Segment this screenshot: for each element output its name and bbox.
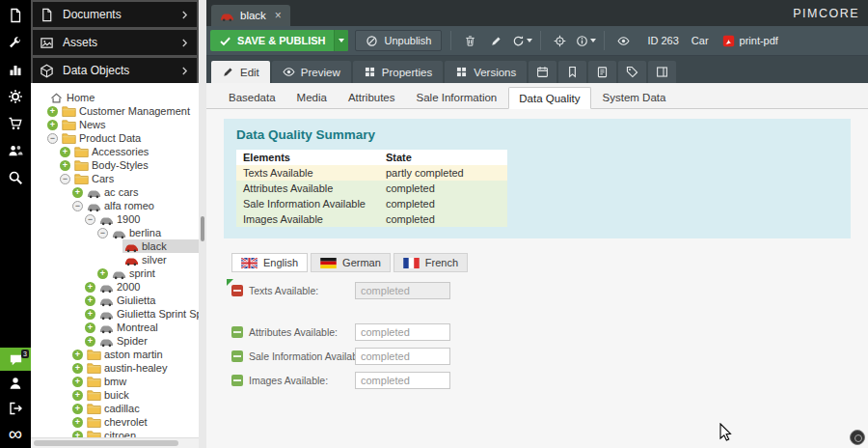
logout-button[interactable] — [0, 396, 31, 421]
content-tab-media[interactable]: Media — [287, 87, 337, 108]
expander-minus-icon[interactable]: − — [47, 133, 58, 144]
tree-node[interactable]: Home — [31, 91, 199, 104]
expander-plus-icon[interactable]: + — [85, 322, 95, 333]
content-tab-sale-information[interactable]: Sale Information — [407, 87, 507, 108]
tree-node[interactable]: −alfa romeo — [31, 199, 199, 212]
accordion-documents[interactable]: Documents — [33, 2, 197, 27]
expander-plus-icon[interactable]: + — [60, 147, 70, 157]
tree-node[interactable]: −1900 — [31, 212, 199, 226]
chat-button[interactable]: 3 — [0, 348, 31, 371]
object-tab-preview[interactable]: Preview — [272, 61, 351, 83]
open-preview-button[interactable] — [613, 30, 633, 51]
reload-button[interactable] — [512, 30, 531, 51]
scrollbar-thumb[interactable] — [34, 440, 178, 446]
expander-minus-icon[interactable]: − — [97, 228, 108, 238]
tree-node[interactable]: +aston martin — [31, 348, 199, 361]
expander-plus-icon[interactable]: + — [72, 390, 83, 401]
expander-plus-icon[interactable]: + — [47, 120, 58, 130]
open-object-tab-black[interactable]: black × — [211, 5, 290, 26]
tree-horizontal-scrollbar[interactable] — [31, 437, 199, 448]
expander-plus-icon[interactable]: + — [85, 309, 95, 320]
layout-tab[interactable] — [648, 61, 676, 83]
tools-button[interactable] — [0, 29, 31, 56]
content-tab-basedata[interactable]: Basedata — [219, 87, 285, 108]
expander-minus-icon[interactable]: − — [85, 214, 95, 225]
bookmark-tab[interactable] — [558, 61, 586, 83]
expander-minus-icon[interactable]: − — [72, 201, 83, 211]
tree-node[interactable]: +News — [31, 118, 199, 131]
tree-node[interactable]: +ac cars — [31, 185, 199, 199]
documents-button[interactable] — [0, 2, 31, 29]
user-button[interactable] — [0, 371, 31, 396]
tree-node[interactable]: +Giulietta — [31, 294, 199, 307]
rename-button[interactable] — [486, 30, 505, 51]
expander-plus-icon[interactable]: + — [85, 295, 95, 306]
expander-plus-icon[interactable]: + — [97, 268, 108, 279]
language-tab-french[interactable]: French — [393, 253, 468, 272]
expander-plus-icon[interactable]: + — [72, 404, 83, 414]
expander-plus-icon[interactable]: + — [85, 282, 95, 293]
tree-node[interactable]: +buick — [31, 388, 199, 402]
object-tab-edit[interactable]: Edit — [211, 61, 270, 83]
print-pdf-button[interactable]: print-pdf — [722, 35, 778, 47]
search-button[interactable] — [0, 164, 31, 191]
tree-node[interactable]: +bmw — [31, 375, 199, 388]
tree-node[interactable]: +Body-Styles — [31, 158, 199, 172]
accordion-assets[interactable]: Assets — [33, 30, 197, 55]
tag-tab[interactable] — [618, 61, 646, 83]
tree-node[interactable]: −Product Data — [31, 131, 199, 145]
tree-node[interactable]: silver — [31, 253, 199, 266]
tree-node[interactable]: +Spider — [31, 334, 199, 348]
tree-node[interactable]: +austin-healey — [31, 361, 199, 375]
info-button[interactable] — [576, 30, 595, 51]
content-tab-system-data[interactable]: System Data — [593, 87, 676, 108]
expander-plus-icon[interactable]: + — [72, 187, 83, 198]
close-icon[interactable]: × — [275, 10, 282, 21]
tree-node[interactable]: +Accessories — [31, 145, 199, 158]
save-options-caret[interactable] — [334, 30, 348, 51]
tree-node[interactable]: +Customer Management — [31, 104, 199, 118]
calendar-tab[interactable] — [529, 61, 556, 83]
object-tab-properties[interactable]: Properties — [353, 61, 443, 83]
field-input[interactable] — [355, 372, 450, 389]
tree-node[interactable]: +chevrolet — [31, 415, 199, 429]
pimcore-logo-icon[interactable]: ∞ — [9, 424, 22, 443]
expander-plus-icon[interactable]: + — [72, 377, 83, 387]
accordion-data-objects[interactable]: Data Objects — [33, 58, 197, 83]
unpublish-button[interactable]: Unpublish — [355, 30, 442, 51]
save-publish-button[interactable]: SAVE & PUBLISH — [210, 30, 348, 51]
expander-plus-icon[interactable]: + — [72, 431, 83, 438]
language-tab-german[interactable]: German — [311, 253, 391, 272]
field-input[interactable] — [355, 323, 450, 341]
tree-node[interactable]: +citroen — [31, 429, 199, 437]
tree-node[interactable]: +Montreal — [31, 321, 199, 334]
expander-plus-icon[interactable]: + — [85, 336, 95, 347]
expander-plus-icon[interactable]: + — [72, 363, 83, 374]
tree-node[interactable]: +cadillac — [31, 402, 199, 415]
content-tab-data-quality[interactable]: Data Quality — [508, 87, 590, 109]
tree-node[interactable]: black — [31, 239, 199, 253]
ecommerce-button[interactable] — [0, 110, 31, 137]
settings-button[interactable] — [0, 83, 31, 110]
field-input[interactable] — [355, 348, 450, 365]
panel-splitter[interactable] — [199, 0, 206, 448]
language-tab-english[interactable]: English — [231, 253, 308, 272]
expander-plus-icon[interactable]: + — [72, 417, 83, 428]
notes-tab[interactable] — [588, 61, 616, 83]
reports-button[interactable] — [0, 56, 31, 83]
tree-node[interactable]: +Giulietta Sprint Specia — [31, 307, 199, 321]
content-tab-attributes[interactable]: Attributes — [339, 87, 405, 108]
customers-button[interactable] — [0, 137, 31, 164]
expander-plus-icon[interactable]: + — [47, 106, 58, 117]
expander-plus-icon[interactable]: + — [60, 160, 70, 171]
expander-plus-icon[interactable]: + — [72, 350, 83, 360]
expander-minus-icon[interactable]: − — [60, 174, 70, 184]
locate-in-tree-button[interactable] — [550, 30, 569, 51]
delete-button[interactable] — [460, 30, 479, 51]
tree-node[interactable]: +sprint — [31, 266, 199, 280]
tree-node[interactable]: −berlina — [31, 226, 199, 239]
tree-node[interactable]: −Cars — [31, 172, 199, 185]
tree-node[interactable]: +2000 — [31, 280, 199, 294]
object-tab-versions[interactable]: Versions — [445, 61, 527, 83]
splitter-collapse-handle[interactable] — [201, 216, 204, 241]
